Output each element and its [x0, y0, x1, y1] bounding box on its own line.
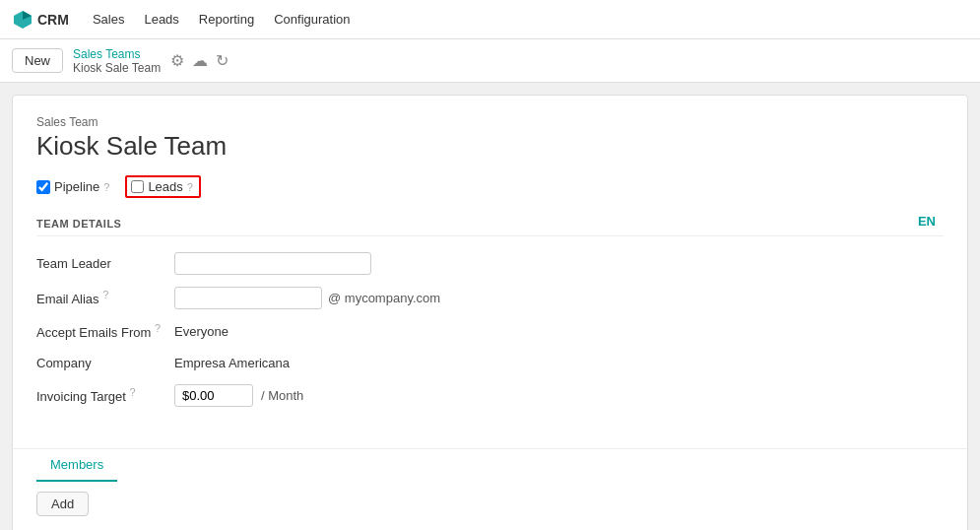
email-alias-label: Email Alias ?: [36, 289, 174, 306]
nav-reporting[interactable]: Reporting: [191, 8, 262, 31]
pipeline-help-icon[interactable]: ?: [103, 181, 109, 193]
leads-label[interactable]: Leads: [148, 179, 182, 194]
email-alias-input[interactable]: [174, 287, 322, 309]
accept-emails-label: Accept Emails From ?: [36, 322, 174, 340]
new-button[interactable]: New: [12, 48, 63, 73]
top-nav: CRM Sales Leads Reporting Configuration: [0, 0, 980, 39]
company-row: Company Empresa Americana: [36, 347, 627, 378]
invoicing-period: / Month: [261, 388, 303, 403]
action-icons: ⚙ ☁ ↻: [170, 51, 229, 70]
pipeline-checkbox-item: Pipeline ?: [36, 179, 109, 194]
add-button[interactable]: Add: [36, 492, 89, 516]
invoicing-help-icon[interactable]: ?: [129, 386, 135, 398]
accept-emails-value: Everyone: [174, 324, 627, 339]
pipeline-label[interactable]: Pipeline: [54, 179, 99, 194]
add-section: Add: [13, 482, 967, 526]
breadcrumb-link[interactable]: Sales Teams: [73, 47, 161, 61]
email-alias-row: Email Alias ? @ mycompany.com: [36, 281, 627, 315]
email-alias-domain: @ mycompany.com: [328, 291, 440, 305]
team-details-section-title: TEAM DETAILS: [36, 218, 944, 236]
nav-configuration[interactable]: Configuration: [266, 8, 358, 31]
crm-logo-icon: [12, 9, 33, 31]
cloud-icon[interactable]: ☁: [192, 51, 208, 70]
email-alias-help-icon[interactable]: ?: [102, 289, 108, 300]
app-logo[interactable]: CRM: [12, 9, 69, 31]
email-alias-field-group: @ mycompany.com: [174, 287, 627, 309]
nav-sales[interactable]: Sales: [85, 8, 133, 31]
main-content: Sales Team Kiosk Sale Team EN Pipeline ?…: [12, 95, 968, 530]
settings-icon[interactable]: ⚙: [170, 51, 184, 70]
accept-emails-row: Accept Emails From ? Everyone: [36, 315, 627, 347]
invoicing-field-group: / Month: [174, 384, 627, 407]
refresh-icon[interactable]: ↻: [216, 51, 229, 70]
breadcrumb: Sales Teams Kiosk Sale Team: [73, 47, 161, 75]
accept-emails-help-icon[interactable]: ?: [155, 322, 161, 334]
record-title: Kiosk Sale Team: [36, 131, 944, 162]
nav-menu: Sales Leads Reporting Configuration: [85, 8, 359, 31]
team-leader-row: Team Leader: [36, 246, 627, 281]
company-label: Company: [36, 356, 174, 370]
en-language-badge[interactable]: EN: [918, 214, 936, 229]
invoicing-target-input[interactable]: [174, 384, 253, 407]
team-leader-input[interactable]: [174, 252, 371, 275]
tab-members[interactable]: Members: [36, 449, 117, 482]
team-leader-label: Team Leader: [36, 256, 174, 271]
company-value: Empresa Americana: [174, 356, 627, 370]
action-bar: New Sales Teams Kiosk Sale Team ⚙ ☁ ↻: [0, 39, 980, 83]
form-body: Sales Team Kiosk Sale Team EN Pipeline ?…: [13, 96, 967, 432]
pipeline-checkbox[interactable]: [36, 180, 50, 194]
app-name[interactable]: CRM: [37, 12, 69, 28]
invoicing-target-row: Invoicing Target ? / Month: [36, 378, 627, 413]
form-fields: Team Leader Email Alias ? @ mycompany.co…: [36, 246, 627, 413]
record-type-label: Sales Team: [36, 115, 944, 129]
leads-checkbox-wrap: Leads ?: [125, 175, 201, 198]
tabs-bar: Members: [13, 448, 967, 482]
leads-checkbox[interactable]: [131, 180, 144, 193]
breadcrumb-current: Kiosk Sale Team: [73, 61, 161, 75]
nav-leads[interactable]: Leads: [136, 8, 186, 31]
invoicing-target-label: Invoicing Target ?: [36, 386, 174, 404]
leads-help-icon[interactable]: ?: [187, 181, 193, 193]
checkbox-row: Pipeline ? Leads ?: [36, 175, 944, 198]
